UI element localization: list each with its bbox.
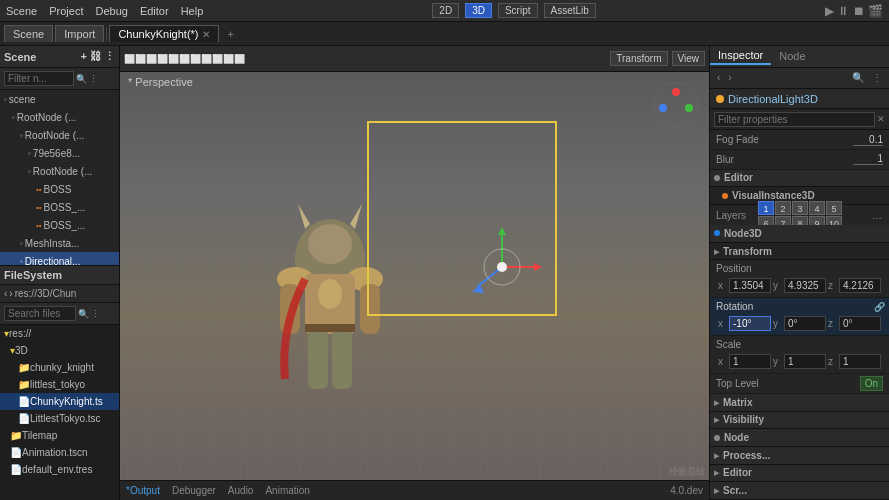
add-node-icon[interactable]: + — [81, 50, 87, 63]
mode-script-button[interactable]: Script — [498, 3, 538, 18]
filesystem-search-icon[interactable]: 🔍 — [78, 309, 89, 319]
layer-4-button[interactable]: 4 — [809, 201, 825, 215]
file-item-label: ChunkyKnight.ts — [30, 396, 103, 407]
filter-icon[interactable]: 🔍 — [76, 74, 87, 84]
import-tab[interactable]: Import — [55, 25, 104, 42]
file-item[interactable]: 📄 LittlestTokyo.tsc — [0, 410, 119, 427]
node3d-section-header[interactable]: Node3D — [710, 225, 889, 243]
menu-help[interactable]: Help — [181, 5, 204, 17]
menu-debug[interactable]: Debug — [95, 5, 127, 17]
mode-3d-button[interactable]: 3D — [465, 3, 492, 18]
inspector-tab[interactable]: Inspector — [710, 47, 771, 65]
tree-item-label: RootNode (... — [17, 112, 76, 123]
filter-clear-icon[interactable]: ✕ — [877, 114, 885, 124]
tree-item-label: BOSS — [44, 184, 72, 195]
path-forward-icon[interactable]: › — [9, 288, 12, 299]
svg-point-19 — [318, 279, 342, 309]
tree-item[interactable]: ◦ RootNode (... — [0, 126, 119, 144]
file-item[interactable]: ▾ res:// — [0, 325, 119, 342]
top-level-value[interactable]: On — [860, 376, 883, 391]
visibility-section-header[interactable]: ▸ Visibility — [710, 412, 889, 430]
viewport-canvas[interactable]: * Perspective X Y Z — [120, 72, 709, 480]
layer-5-button[interactable]: 5 — [826, 201, 842, 215]
matrix-section-header[interactable]: ▸ Matrix — [710, 394, 889, 412]
editor-section-header[interactable]: Editor — [710, 170, 889, 188]
script-section-header[interactable]: ▸ Scr... — [710, 482, 889, 500]
transform-label: Transform — [723, 246, 772, 257]
filesystem-options-icon[interactable]: ⋮ — [91, 309, 100, 319]
tree-item[interactable]: ◦ RootNode (... — [0, 162, 119, 180]
position-x-input[interactable] — [729, 278, 771, 293]
file-item[interactable]: 📄 Animation.tscn — [0, 444, 119, 461]
tree-item[interactable]: ◦ 79e56e8... — [0, 144, 119, 162]
tree-item[interactable]: ◦ MeshInsta... — [0, 234, 119, 252]
path-back-icon[interactable]: ‹ — [4, 288, 7, 299]
debugger-tab[interactable]: Debugger — [172, 485, 216, 496]
tree-item[interactable]: •• BOSS_... — [0, 198, 119, 216]
file-item[interactable]: ▾ 3D — [0, 342, 119, 359]
menu-editor[interactable]: Editor — [140, 5, 169, 17]
blur-value[interactable]: 1 — [853, 153, 883, 165]
tab-close-icon[interactable]: ✕ — [202, 29, 210, 40]
editor-bottom-section-header[interactable]: ▸ Editor — [710, 465, 889, 483]
svg-point-10 — [308, 224, 352, 264]
link-icon[interactable]: ⛓ — [90, 50, 101, 63]
inspector-search-button[interactable]: 🔍 — [849, 71, 867, 84]
rotation-link-icon[interactable]: 🔗 — [874, 302, 885, 312]
add-tab-icon[interactable]: + — [221, 26, 239, 42]
rotation-z-input[interactable] — [839, 316, 881, 331]
chunky-knight-tab[interactable]: ChunkyKnight(*) ✕ — [109, 25, 219, 42]
orientation-gizmo[interactable]: X Y Z — [651, 80, 701, 130]
scene-tab[interactable]: Scene — [4, 25, 53, 42]
file-item[interactable]: 📄 default_env.tres — [0, 461, 119, 478]
transform-button[interactable]: Transform — [610, 51, 667, 66]
file-item[interactable]: 📁 chunky_knight — [0, 359, 119, 376]
scale-y-input[interactable] — [784, 354, 826, 369]
scene-filter-input[interactable] — [4, 71, 74, 86]
tree-item[interactable]: •• BOSS_... — [0, 216, 119, 234]
tree-item[interactable]: •• BOSS — [0, 180, 119, 198]
filesystem-search-input[interactable] — [4, 306, 76, 321]
node-section-header[interactable]: Node — [710, 429, 889, 447]
rotation-x-input[interactable] — [729, 316, 771, 331]
editor-bottom-label: Editor — [723, 467, 752, 478]
inspector-back-button[interactable]: ‹ — [714, 71, 723, 84]
transform-gizmo[interactable] — [462, 227, 542, 307]
rotation-y-input[interactable] — [784, 316, 826, 331]
menu-scene[interactable]: Scene — [6, 5, 37, 17]
inspector-more-button[interactable]: ⋮ — [869, 71, 885, 84]
tree-item[interactable]: ◦ scene — [0, 90, 119, 108]
layer-3-button[interactable]: 3 — [792, 201, 808, 215]
layer-more-icon[interactable]: … — [872, 210, 882, 221]
position-y-input[interactable] — [784, 278, 826, 293]
inspector-forward-button[interactable]: › — [725, 71, 734, 84]
node-tab[interactable]: Node — [771, 48, 813, 64]
svg-point-4 — [672, 88, 680, 96]
scale-z-input[interactable] — [839, 354, 881, 369]
audio-tab[interactable]: Audio — [228, 485, 254, 496]
transform-section-header[interactable]: ▸ Transform — [710, 243, 889, 261]
filter-properties-input[interactable] — [714, 112, 875, 127]
layer-1-button[interactable]: 1 — [758, 201, 774, 215]
boss-bullet-icon: •• — [36, 203, 42, 212]
scene-options-icon[interactable]: ⋮ — [89, 74, 98, 84]
tree-item[interactable]: ◦ RootNode (... — [0, 108, 119, 126]
mode-2d-button[interactable]: 2D — [432, 3, 459, 18]
file-item[interactable]: 📁 Tilemap — [0, 427, 119, 444]
scale-x-input[interactable] — [729, 354, 771, 369]
file-item-chunky[interactable]: 📄 ChunkyKnight.ts — [0, 393, 119, 410]
menu-project[interactable]: Project — [49, 5, 83, 17]
version-label: 4.0.dev — [670, 485, 703, 496]
file-item[interactable]: 📁 littlest_tokyo — [0, 376, 119, 393]
more-icon[interactable]: ⋮ — [104, 50, 115, 63]
position-z-input[interactable] — [839, 278, 881, 293]
animation-tab[interactable]: Animation — [265, 485, 309, 496]
mode-assetlib-button[interactable]: AssetLib — [544, 3, 596, 18]
folder-icon: 📁 — [18, 379, 30, 390]
view-button[interactable]: View — [672, 51, 706, 66]
fog-fade-value[interactable]: 0.1 — [853, 134, 883, 146]
process-section-header[interactable]: ▸ Process... — [710, 447, 889, 465]
tree-item-directional[interactable]: ◦ Directional... — [0, 252, 119, 265]
layer-2-button[interactable]: 2 — [775, 201, 791, 215]
output-tab[interactable]: *Output — [126, 485, 160, 496]
